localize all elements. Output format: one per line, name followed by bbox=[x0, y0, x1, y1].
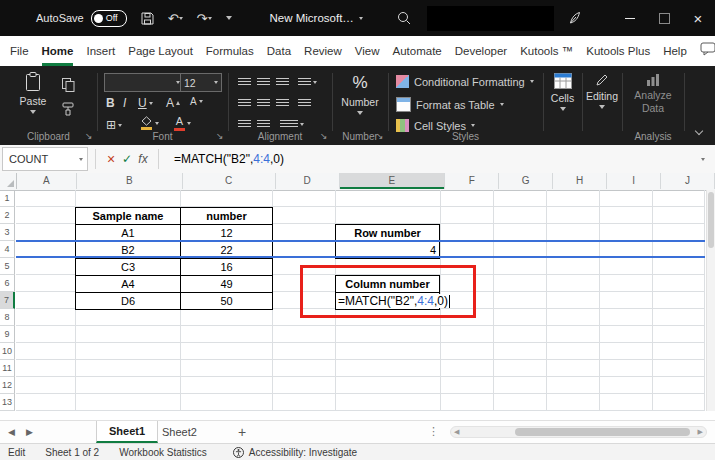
row-header-5[interactable]: 5 bbox=[0, 258, 15, 275]
conditional-formatting-button[interactable]: Conditional Formatting bbox=[396, 75, 534, 88]
tab-view[interactable]: View bbox=[355, 36, 380, 66]
row-header-10[interactable]: 10 bbox=[0, 343, 15, 360]
bold-button[interactable]: B bbox=[106, 96, 115, 110]
wrap-text-button[interactable] bbox=[298, 99, 311, 108]
row-header-6[interactable]: 6 bbox=[0, 275, 15, 292]
close-button[interactable]: × bbox=[681, 0, 715, 36]
cell-b5[interactable]: C3 bbox=[76, 259, 181, 276]
font-name-select[interactable] bbox=[104, 73, 184, 92]
merge-center-button[interactable] bbox=[280, 120, 304, 129]
horizontal-scrollbar-thumb[interactable] bbox=[515, 428, 690, 436]
spreadsheet-cells[interactable]: Sample name number A1 12 B2 22 C3 16 A4 … bbox=[16, 190, 705, 411]
row-header-7[interactable]: 7 bbox=[0, 292, 15, 309]
accessibility-label[interactable]: Accessibility: Investigate bbox=[249, 447, 357, 458]
cell-b2[interactable]: Sample name bbox=[76, 208, 181, 225]
clipboard-dialog-launcher-icon[interactable]: ↘ bbox=[85, 131, 93, 141]
italic-button[interactable]: I bbox=[123, 96, 126, 110]
cell-c6[interactable]: 49 bbox=[181, 276, 273, 293]
tab-kutools[interactable]: Kutools ™ bbox=[520, 36, 573, 66]
redo-button[interactable]: ↷ bbox=[197, 11, 212, 26]
analyze-data-button[interactable]: Analyze Data bbox=[622, 74, 684, 114]
row-header-3[interactable]: 3 bbox=[0, 224, 15, 241]
row-header-8[interactable]: 8 bbox=[0, 309, 15, 326]
cell-c7[interactable]: 50 bbox=[181, 293, 273, 310]
sheet-tab-sheet2[interactable]: Sheet2 bbox=[150, 421, 209, 443]
editing-button[interactable]: Editing bbox=[582, 73, 622, 109]
column-header-e[interactable]: E bbox=[340, 173, 446, 189]
tab-help[interactable]: Help bbox=[663, 36, 687, 66]
tab-developer[interactable]: Developer bbox=[455, 36, 507, 66]
comments-button[interactable] bbox=[700, 42, 715, 60]
align-bottom-button[interactable] bbox=[276, 78, 289, 87]
scroll-left-icon[interactable]: ◀ bbox=[454, 428, 459, 436]
next-sheet-icon[interactable]: ▶ bbox=[26, 427, 33, 437]
tab-kutools-plus[interactable]: Kutools Plus bbox=[586, 36, 650, 66]
row-header-2[interactable]: 2 bbox=[0, 207, 15, 224]
previous-sheet-icon[interactable]: ◀ bbox=[8, 427, 15, 437]
align-right-button[interactable] bbox=[276, 99, 289, 108]
save-button[interactable] bbox=[141, 12, 154, 25]
align-center-button[interactable] bbox=[257, 99, 270, 108]
tab-review[interactable]: Review bbox=[304, 36, 342, 66]
add-sheet-button[interactable]: + bbox=[238, 424, 246, 440]
scroll-right-icon[interactable]: ▶ bbox=[698, 428, 703, 436]
row-header-9[interactable]: 9 bbox=[0, 326, 15, 343]
tab-automate[interactable]: Automate bbox=[393, 36, 442, 66]
align-middle-button[interactable] bbox=[257, 78, 270, 87]
column-header-j[interactable]: J bbox=[661, 173, 715, 189]
paste-button[interactable]: Paste bbox=[10, 72, 56, 114]
collapse-ribbon-icon[interactable] bbox=[695, 127, 703, 135]
column-header-g[interactable]: G bbox=[499, 173, 553, 189]
format-as-table-button[interactable]: Format as Table bbox=[396, 97, 504, 112]
tab-formulas[interactable]: Formulas bbox=[206, 36, 254, 66]
column-header-h[interactable]: H bbox=[553, 173, 607, 189]
document-title[interactable]: New Microsoft… bbox=[270, 12, 354, 24]
cell-c5[interactable]: 16 bbox=[181, 259, 273, 276]
borders-button[interactable]: ⊞ bbox=[106, 118, 122, 132]
sheet-more-icon[interactable]: ⋮ bbox=[428, 425, 439, 438]
cells-button[interactable]: Cells bbox=[543, 73, 582, 111]
align-top-button[interactable] bbox=[238, 78, 251, 87]
alignment-dialog-launcher-icon[interactable]: ↘ bbox=[320, 131, 328, 141]
shrink-font-button[interactable]: A bbox=[190, 96, 203, 107]
row-header-13[interactable]: 13 bbox=[0, 394, 15, 411]
orientation-button[interactable] bbox=[298, 78, 317, 87]
column-header-c[interactable]: C bbox=[183, 173, 276, 189]
underline-button[interactable]: U bbox=[138, 96, 153, 110]
undo-button[interactable]: ↶ bbox=[168, 11, 183, 26]
tab-page-layout[interactable]: Page Layout bbox=[128, 36, 193, 66]
row-header-12[interactable]: 12 bbox=[0, 377, 15, 394]
autosave-toggle[interactable]: Off bbox=[91, 10, 127, 27]
expand-formula-bar-icon[interactable] bbox=[701, 158, 705, 161]
search-button[interactable] bbox=[397, 11, 411, 25]
select-all-corner[interactable] bbox=[0, 173, 17, 189]
column-header-f[interactable]: F bbox=[445, 173, 499, 189]
tab-data[interactable]: Data bbox=[267, 36, 291, 66]
vertical-scrollbar-thumb[interactable] bbox=[708, 192, 714, 248]
cancel-button[interactable]: × bbox=[103, 151, 119, 167]
enter-button[interactable]: ✓ bbox=[119, 152, 135, 166]
column-header-a[interactable]: A bbox=[17, 173, 77, 189]
number-format-button[interactable]: % Number bbox=[332, 73, 388, 115]
font-dialog-launcher-icon[interactable]: ↘ bbox=[216, 131, 224, 141]
font-size-select[interactable]: 12 bbox=[180, 73, 222, 92]
decrease-indent-button[interactable] bbox=[238, 120, 251, 129]
tab-home[interactable]: Home bbox=[42, 36, 74, 66]
tab-file[interactable]: File bbox=[10, 36, 29, 66]
number-dialog-launcher-icon[interactable]: ↘ bbox=[376, 131, 384, 141]
pen-button[interactable] bbox=[568, 11, 581, 25]
fill-color-button[interactable] bbox=[140, 116, 159, 130]
formula-input[interactable]: =MATCH("B2",4:4,0) bbox=[174, 152, 284, 166]
align-left-button[interactable] bbox=[238, 99, 251, 108]
format-painter-button[interactable] bbox=[62, 102, 74, 116]
minimize-button[interactable] bbox=[613, 0, 647, 36]
copy-button[interactable] bbox=[62, 78, 75, 92]
row-header-4[interactable]: 4 bbox=[0, 241, 15, 258]
cell-b6[interactable]: A4 bbox=[76, 276, 181, 293]
grow-font-button[interactable]: A bbox=[166, 96, 180, 110]
row-header-11[interactable]: 11 bbox=[0, 360, 15, 377]
cell-b7[interactable]: D6 bbox=[76, 293, 181, 310]
column-header-b[interactable]: B bbox=[77, 173, 183, 189]
row-header-1[interactable]: 1 bbox=[0, 190, 15, 207]
increase-indent-button[interactable] bbox=[257, 120, 270, 129]
